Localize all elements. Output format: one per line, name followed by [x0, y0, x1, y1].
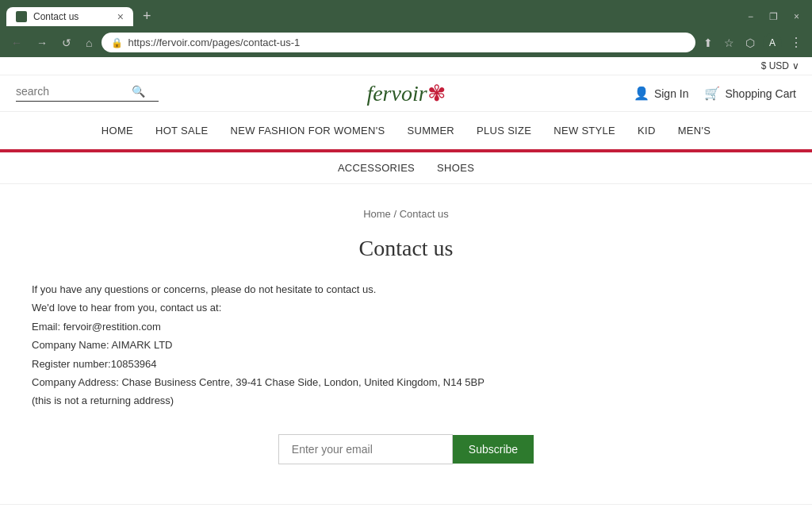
breadcrumb: Home / Contact us: [32, 208, 780, 220]
new-tab-button[interactable]: +: [136, 5, 158, 28]
contact-line-3: Email: fervoir@restition.com: [32, 318, 780, 336]
email-input[interactable]: [278, 434, 453, 464]
search-icon[interactable]: 🔍: [132, 85, 145, 98]
contact-line-1: If you have any questions or concerns, p…: [32, 280, 780, 298]
contact-line-6: Company Address: Chase Business Centre, …: [32, 373, 780, 391]
contact-line-4: Company Name: AIMARK LTD: [32, 336, 780, 354]
address-bar[interactable]: 🔒 https://fervoir.com/pages/contact-us-1: [102, 33, 695, 52]
address-text: https://fervoir.com/pages/contact-us-1: [128, 37, 686, 48]
footer: Navigation Features Safe Payments Contac…: [0, 504, 812, 508]
subscribe-button[interactable]: Subscribe: [453, 435, 534, 464]
website: $ USD ∨ 🔍 fervoir✾ 👤 Sign In 🛒 Shopping …: [0, 57, 812, 508]
logo-text: fervoir: [366, 81, 427, 106]
contact-line-7: (this is not a returning address): [32, 391, 780, 410]
currency-selector[interactable]: $ USD ∨: [761, 60, 799, 71]
window-minimize-button[interactable]: −: [741, 8, 760, 25]
page-title: Contact us: [32, 236, 780, 261]
breadcrumb-current: Contact us: [400, 208, 449, 220]
signin-label: Sign In: [654, 87, 689, 100]
nav-item-newstyle[interactable]: NEW STYLE: [542, 121, 626, 140]
nav-item-summer[interactable]: SUMMER: [396, 121, 465, 140]
nav-item-mens[interactable]: MEN'S: [667, 121, 722, 140]
logo[interactable]: fervoir✾: [366, 80, 445, 106]
secondary-nav: ACCESSORIES SHOES: [0, 152, 812, 184]
signin-button[interactable]: 👤 Sign In: [634, 86, 689, 101]
extensions-button[interactable]: ⬡: [742, 35, 758, 51]
tab-label: Contact us: [33, 11, 111, 22]
nav-item-shoes[interactable]: SHOES: [426, 159, 485, 177]
contact-line-2: We'd love to hear from you, contact us a…: [32, 298, 780, 317]
share-button[interactable]: ⬆: [700, 35, 716, 51]
top-bar: $ USD ∨: [0, 57, 812, 75]
tab-favicon: [16, 11, 27, 22]
tab-bar: Contact us × + − ❐ ×: [0, 0, 812, 28]
home-button[interactable]: ⌂: [81, 33, 97, 52]
bookmark-button[interactable]: ☆: [721, 35, 737, 51]
tab-close-button[interactable]: ×: [117, 11, 124, 22]
window-close-button[interactable]: ×: [787, 8, 806, 25]
currency-label: $ USD: [761, 60, 789, 71]
contact-line-5: Register number:10853964: [32, 355, 780, 373]
forward-button[interactable]: →: [32, 33, 52, 52]
page-content: Home / Contact us Contact us If you have…: [0, 184, 812, 488]
back-button[interactable]: ←: [6, 33, 27, 52]
active-tab[interactable]: Contact us ×: [6, 7, 133, 26]
reload-button[interactable]: ↺: [57, 33, 76, 52]
currency-arrow-icon: ∨: [792, 60, 799, 71]
subscribe-section: Subscribe: [32, 434, 780, 464]
profile-button[interactable]: A: [763, 33, 782, 52]
cart-button[interactable]: 🛒 Shopping Cart: [704, 86, 796, 101]
cart-label: Shopping Cart: [725, 87, 796, 100]
nav-item-accessories[interactable]: ACCESSORIES: [327, 159, 426, 177]
contact-info: If you have any questions or concerns, p…: [32, 280, 780, 410]
user-icon: 👤: [634, 86, 649, 101]
header: 🔍 fervoir✾ 👤 Sign In 🛒 Shopping Cart: [0, 75, 812, 112]
nav-row-1: HOME HOT SALE NEW FASHION FOR WOMEN'S SU…: [0, 112, 812, 151]
browser-toolbar: ← → ↺ ⌂ 🔒 https://fervoir.com/pages/cont…: [0, 28, 812, 57]
header-right: 👤 Sign In 🛒 Shopping Cart: [634, 86, 796, 101]
breadcrumb-separator: /: [393, 208, 396, 220]
cart-icon: 🛒: [704, 86, 720, 101]
nav-item-plussize[interactable]: PLUS SIZE: [465, 121, 542, 140]
window-restore-button[interactable]: ❐: [763, 8, 784, 25]
breadcrumb-home[interactable]: Home: [363, 208, 391, 220]
primary-nav: HOME HOT SALE NEW FASHION FOR WOMEN'S SU…: [0, 112, 812, 152]
nav-item-kid[interactable]: KID: [626, 121, 667, 140]
nav-item-hotsale[interactable]: HOT SALE: [144, 121, 219, 140]
search-input[interactable]: [16, 85, 127, 98]
nav-item-newfashion[interactable]: NEW FASHION FOR WOMEN'S: [219, 121, 396, 140]
browser-chrome: Contact us × + − ❐ × ← → ↺ ⌂ 🔒 https://f…: [0, 0, 812, 57]
logo-accent: ✾: [427, 81, 446, 106]
menu-button[interactable]: ⋮: [787, 33, 806, 52]
nav-item-home[interactable]: HOME: [90, 121, 144, 140]
search-area: 🔍: [16, 85, 159, 102]
